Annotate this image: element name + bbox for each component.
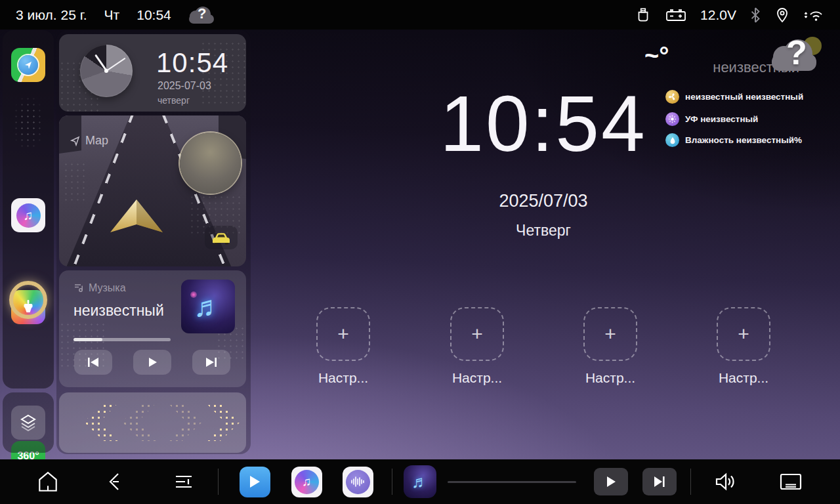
previous-track-button[interactable] [74, 350, 112, 375]
track-title: неизвестный [74, 302, 164, 320]
play-icon [606, 476, 616, 488]
status-time: 10:54 [136, 7, 171, 23]
music-list-icon [74, 283, 84, 293]
bottom-bar-divider [218, 469, 219, 495]
layers-icon [18, 413, 38, 432]
weather-detail-row: неизвестный неизвестный [665, 90, 803, 104]
humidity-icon [665, 133, 679, 147]
uv-icon [665, 112, 679, 126]
weather-detail-row: Влажность неизвестный% [665, 133, 802, 147]
music-note-icon: ♫ [16, 203, 41, 228]
wind-icon [665, 90, 679, 104]
sidebar-bottom-section [3, 392, 54, 453]
turn-signal-widget[interactable] [59, 392, 246, 453]
bottom-navigation-bar: ♫ ♬ [0, 459, 840, 504]
status-date: 3 июл. 25 г. [16, 7, 87, 23]
clock-widget[interactable]: 10:54 2025-07-03 четверг [59, 34, 246, 112]
map-compass-globe[interactable] [180, 133, 241, 194]
display-off-button[interactable] [774, 459, 807, 504]
right-turn-signal-icon [206, 403, 240, 441]
weather-unknown-icon: ? [188, 4, 216, 26]
car-mode-button[interactable] [205, 226, 238, 249]
album-art[interactable]: ♬ [181, 280, 235, 333]
add-shortcut-box[interactable]: + [717, 307, 770, 361]
navigation-heading-arrow [108, 198, 165, 235]
media-play-button[interactable] [594, 468, 628, 495]
album-thumb-art: ♬ [411, 472, 429, 492]
volume-icon [717, 474, 726, 489]
play-pause-button[interactable] [133, 350, 171, 375]
weather-detail-row: УФ неизвестный [665, 112, 758, 126]
bottom-bar-divider [690, 469, 691, 495]
next-icon [654, 476, 665, 488]
left-turn-signal-icon [84, 403, 118, 441]
status-weekday: Чт [104, 7, 120, 23]
widget-clock-time: 10:54 [156, 47, 228, 79]
car-battery-icon [665, 7, 687, 24]
main-date: 2025/07/03 [412, 191, 675, 211]
back-button[interactable] [98, 459, 131, 504]
plus-icon: + [604, 324, 616, 344]
play-icon [146, 356, 158, 368]
map-widget[interactable]: Map [59, 116, 246, 266]
widget-clock-weekday: четверг [158, 95, 190, 106]
shortcut-placeholder-3[interactable]: + Настр... [571, 307, 650, 386]
shortcut-label: Настр... [452, 370, 502, 386]
location-icon [774, 7, 790, 24]
sidebar-item-music[interactable]: ♫ [11, 198, 45, 232]
music-app-icon: ♫ [295, 470, 319, 494]
volume-button[interactable] [709, 459, 742, 504]
left-turn-signal-icon [122, 403, 156, 441]
menu-button[interactable] [167, 459, 200, 504]
track-progress-bar[interactable] [74, 338, 171, 341]
music-widget[interactable]: Музыка неизвестный ♬ [59, 270, 246, 387]
weather-question-icon: ? [772, 35, 822, 79]
add-shortcut-box[interactable]: + [316, 307, 370, 361]
navigation-arrow-icon [18, 55, 38, 75]
usb-icon [635, 7, 652, 24]
now-playing-thumbnail[interactable]: ♬ [402, 459, 438, 504]
weather-widget[interactable]: ~° неизвестный ? неизвестный неизвестный [630, 33, 827, 154]
bottom-bar-divider [392, 469, 392, 495]
menu-icon [176, 476, 192, 487]
right-turn-signal-icon [168, 403, 202, 441]
plus-icon: + [337, 324, 349, 344]
map-widget-label: Map [70, 134, 108, 148]
car-home-screen: 3 июл. 25 г. Чт 10:54 ? [0, 0, 840, 504]
music-widget-label: Музыка [74, 282, 126, 294]
widget-clock-date: 2025-07-03 [158, 80, 211, 92]
sidebar-item-ring[interactable] [9, 281, 47, 319]
equalizer-app-button[interactable] [341, 459, 374, 504]
video-player-app-button[interactable] [238, 459, 271, 504]
treble-clef-art: ♬ [194, 290, 222, 323]
plus-icon: + [738, 324, 749, 344]
main-weekday: Четверг [412, 222, 675, 240]
next-track-button[interactable] [192, 350, 230, 375]
analog-clock [80, 45, 133, 97]
play-app-icon [248, 474, 261, 489]
media-next-button[interactable] [642, 468, 677, 495]
media-progress-bar[interactable] [448, 481, 576, 483]
home-button[interactable] [32, 459, 64, 504]
speaker-grille-pattern [13, 96, 43, 151]
sidebar-item-navigation[interactable] [11, 48, 45, 82]
shortcut-placeholder-1[interactable]: + Настр... [304, 307, 383, 386]
add-shortcut-box[interactable]: + [583, 307, 637, 361]
sidebar-item-layers[interactable] [11, 406, 45, 440]
wifi-icon [803, 7, 826, 24]
battery-voltage: 12.0V [700, 7, 736, 23]
next-icon [205, 356, 218, 368]
shortcut-placeholder-2[interactable]: + Настр... [438, 307, 516, 386]
bluetooth-icon [749, 7, 761, 24]
map-pointer-icon [70, 135, 81, 146]
equalizer-app-icon [346, 470, 370, 494]
previous-icon [87, 356, 100, 368]
shortcut-label: Настр... [719, 370, 768, 386]
status-bar: 3 июл. 25 г. Чт 10:54 ? [0, 0, 840, 30]
add-shortcut-box[interactable]: + [450, 307, 504, 361]
shortcut-placeholder-4[interactable]: + Настр... [704, 307, 783, 386]
app-sidebar: ♫ 360° [3, 30, 54, 388]
plus-icon: + [471, 324, 483, 344]
status-right: 12.0V [635, 7, 840, 24]
music-app-button[interactable]: ♫ [290, 459, 323, 504]
